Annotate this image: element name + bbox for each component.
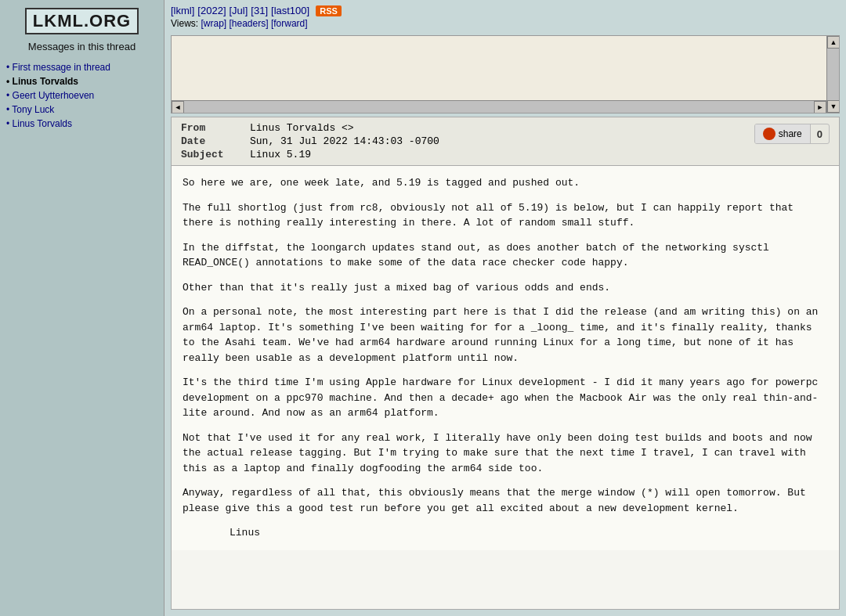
email-container: From Linus Torvalds <> Date Sun, 31 Jul … (171, 117, 840, 610)
sidebar-item-linus-2[interactable]: Linus Torvalds (6, 117, 157, 131)
scroll-left-btn[interactable]: ◄ (172, 101, 184, 113)
topbar: [lkml] [2022] [Jul] [31] [last100] RSS V… (164, 0, 846, 32)
logo[interactable]: LKML.ORG (25, 8, 139, 34)
body-para-8: Anyway, regardless of all that, this obv… (183, 485, 828, 516)
scroll-right-btn[interactable]: ► (814, 101, 826, 113)
views-bar: Views: [wrap] [headers] [forward] (171, 18, 840, 29)
breadcrumb-year[interactable]: [2022] (197, 5, 226, 16)
subject-label: Subject (181, 149, 244, 160)
date-row: Date Sun, 31 Jul 2022 14:43:03 -0700 (181, 135, 830, 147)
logo-container: LKML.ORG (6, 8, 157, 34)
body-para-7: Not that I've used it for any real work,… (183, 430, 828, 477)
sidebar-nav: First message in thread Linus Torvalds G… (6, 60, 157, 131)
breadcrumb: [lkml] [2022] [Jul] [31] [last100] RSS (171, 5, 840, 16)
body-para-2: The full shortlog (just from rc8, obviou… (183, 200, 828, 231)
sidebar-item-linus-1[interactable]: Linus Torvalds (6, 74, 157, 88)
from-row: From Linus Torvalds <> (181, 122, 830, 134)
sidebar-link-geert[interactable]: Geert Uytterhoeven (13, 90, 95, 101)
sidebar-link-linus-1[interactable]: Linus Torvalds (13, 76, 78, 87)
scrollbar-vertical[interactable]: ▲ ▼ (826, 36, 839, 113)
sidebar: LKML.ORG Messages in this thread First m… (0, 0, 164, 616)
sidebar-link-tony[interactable]: Tony Luck (12, 104, 54, 115)
breadcrumb-month[interactable]: [Jul] (230, 5, 248, 16)
subject-row: Subject Linux 5.19 (181, 149, 830, 160)
sidebar-link-linus-2[interactable]: Linus Torvalds (13, 118, 73, 129)
from-label: From (181, 122, 244, 134)
scroll-up-btn[interactable]: ▲ (827, 36, 840, 49)
body-para-4: Other than that it's really just a mixed… (183, 280, 828, 296)
main-content: [lkml] [2022] [Jul] [31] [last100] RSS V… (164, 0, 846, 616)
rss-badge[interactable]: RSS (316, 5, 342, 16)
breadcrumb-lkml[interactable]: [lkml] (171, 5, 194, 16)
subject-value: Linux 5.19 (250, 149, 311, 160)
sidebar-item-first-message[interactable]: First message in thread (6, 60, 157, 74)
body-para-6: It's the third time I'm using Apple hard… (183, 375, 828, 421)
body-para-1: So here we are, one week late, and 5.19 … (183, 175, 828, 191)
headers-link[interactable]: [headers] (230, 18, 269, 29)
sidebar-item-geert[interactable]: Geert Uytterhoeven (6, 88, 157, 103)
body-para-3: In the diffstat, the loongarch updates s… (183, 240, 828, 271)
share-label: share (779, 128, 802, 139)
share-button[interactable]: share (755, 124, 811, 143)
breadcrumb-last100[interactable]: [last100] (271, 5, 309, 16)
reddit-icon (763, 128, 776, 140)
wrap-link[interactable]: [wrap] (201, 18, 226, 29)
forward-link[interactable]: [forward] (271, 18, 308, 29)
sidebar-subtitle: Messages in this thread (6, 41, 157, 52)
email-body: So here we are, one week late, and 5.19 … (172, 166, 839, 550)
email-header: From Linus Torvalds <> Date Sun, 31 Jul … (172, 117, 839, 166)
share-count: 0 (811, 125, 829, 143)
breadcrumb-day[interactable]: [31] (251, 5, 268, 16)
scroll-down-btn[interactable]: ▼ (827, 100, 840, 113)
views-label: Views: (171, 18, 198, 29)
date-label: Date (181, 135, 244, 147)
date-value: Sun, 31 Jul 2022 14:43:03 -0700 (250, 135, 439, 147)
share-widget[interactable]: share 0 (754, 124, 830, 144)
body-para-5: On a personal note, the most interesting… (183, 304, 828, 366)
scroll-area: ▲ ▼ ◄ ► (171, 35, 840, 113)
signature: Linus (183, 525, 828, 541)
sidebar-link-first-message[interactable]: First message in thread (13, 62, 110, 73)
scrollbar-horizontal[interactable]: ◄ ► (172, 100, 826, 113)
from-value: Linus Torvalds <> (250, 122, 354, 134)
sidebar-item-tony[interactable]: Tony Luck (6, 103, 157, 117)
